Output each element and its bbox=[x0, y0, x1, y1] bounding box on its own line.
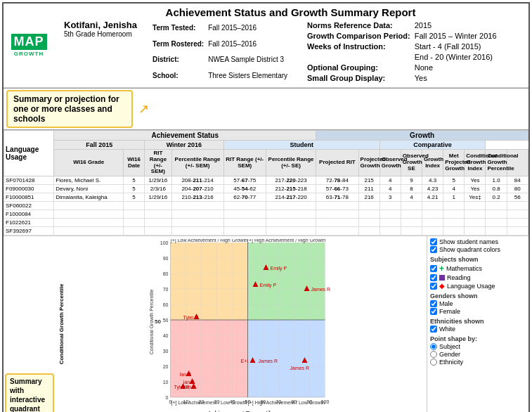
cell-id: F09000030 bbox=[4, 185, 54, 193]
cell-value: 210-213-216 bbox=[171, 193, 223, 202]
info-table-right: Norms Reference Data: 2015 Growth Compar… bbox=[306, 20, 500, 84]
cell-value bbox=[171, 227, 223, 236]
ethnicity-radio-item[interactable]: Ethnicity bbox=[430, 359, 526, 366]
reading-checkbox[interactable] bbox=[430, 274, 437, 281]
cell-name bbox=[54, 202, 124, 210]
show-colors-checkbox[interactable] bbox=[430, 246, 437, 253]
cell-value: 4 bbox=[379, 185, 401, 193]
svg-text:100: 100 bbox=[160, 240, 169, 245]
student-info-left: Kotifani, Jenisha 5th Grade Homeroom bbox=[64, 20, 137, 84]
cell-value: 204-207-210 bbox=[171, 185, 223, 193]
table-row: SF060022 bbox=[4, 202, 528, 210]
gender-opt-label: Gender bbox=[439, 351, 460, 358]
col-cond-pct: Conditional Growth Percentile bbox=[486, 150, 507, 176]
cell-value: 57-66-73 bbox=[316, 185, 358, 193]
logo-area: map GROWTH bbox=[8, 34, 50, 57]
cell-value: 5 bbox=[124, 176, 145, 185]
fall2015-header: Fall 2015 bbox=[54, 141, 145, 150]
gender-radio-item[interactable]: Gender bbox=[430, 351, 526, 358]
achievement-header: Achievement Status bbox=[54, 131, 316, 141]
cell-value: 0.2 bbox=[486, 193, 507, 202]
term-rostered-label: Term Rostered: bbox=[153, 37, 207, 52]
svg-text:40: 40 bbox=[163, 333, 169, 338]
cell-value: 4.21 bbox=[422, 193, 443, 202]
svg-text:50: 50 bbox=[245, 399, 251, 404]
lang-checkbox[interactable] bbox=[430, 283, 437, 290]
female-label: Female bbox=[439, 308, 460, 315]
cell-value bbox=[316, 210, 358, 219]
y-axis-label: Conditional Growth Percentile bbox=[58, 284, 65, 365]
growth-period-label: Growth Comparison Period: bbox=[307, 32, 413, 41]
male-item[interactable]: Male bbox=[430, 300, 526, 307]
cell-value bbox=[379, 219, 401, 227]
female-item[interactable]: Female bbox=[430, 308, 526, 315]
cell-value bbox=[465, 227, 486, 236]
report-header: map GROWTH Achievement Status and Growth… bbox=[4, 4, 528, 88]
growth-header: Growth bbox=[316, 131, 528, 141]
callout-arrow: ↗ bbox=[138, 101, 149, 117]
table-row: F10000851Dimalanita, Kaleigha51/29/16210… bbox=[4, 193, 528, 202]
cell-value bbox=[171, 202, 223, 210]
cell-value bbox=[358, 219, 379, 227]
cell-value: 4 bbox=[443, 185, 465, 193]
cell-id: F1000084 bbox=[4, 210, 54, 219]
show-names-label: Show student names bbox=[439, 238, 498, 245]
weeks-end: End - 20 (Winter 2016) bbox=[415, 53, 500, 62]
show-colors-item[interactable]: Show quadrant colors bbox=[430, 246, 526, 253]
cell-value bbox=[223, 219, 266, 227]
show-names-item[interactable]: Show student names bbox=[430, 238, 526, 245]
cell-name: Devary, Noni bbox=[54, 185, 124, 193]
district-label: District: bbox=[153, 53, 207, 67]
cell-name: Dimalanita, Kaleigha bbox=[54, 193, 124, 202]
cell-value: 216 bbox=[358, 193, 379, 202]
cell-id: F10000851 bbox=[4, 193, 54, 202]
student-grade: 5th Grade Homeroom bbox=[64, 30, 137, 38]
col-rit-win: RIT Range (+/- SEM) bbox=[223, 150, 266, 176]
math-label: Mathematics bbox=[446, 265, 482, 272]
math-checkbox[interactable] bbox=[430, 265, 437, 272]
math-item[interactable]: + Mathematics bbox=[430, 264, 526, 273]
svg-text:Conditional Growth Percentile: Conditional Growth Percentile bbox=[149, 290, 154, 355]
cell-value bbox=[223, 210, 266, 219]
term-tested-value: Fall 2015–2016 bbox=[208, 21, 290, 36]
math-icon: + bbox=[439, 264, 444, 273]
cell-name bbox=[54, 219, 124, 227]
subject-radio[interactable] bbox=[430, 343, 437, 350]
growth-period-value: Fall 2015 – Winter 2016 bbox=[415, 32, 500, 41]
reading-item[interactable]: Reading bbox=[430, 274, 526, 281]
gender-radio[interactable] bbox=[430, 351, 437, 358]
female-checkbox[interactable] bbox=[430, 308, 437, 315]
right-panel: Show student names Show quadrant colors … bbox=[427, 236, 528, 412]
table-row: F1022621 bbox=[4, 219, 528, 227]
cell-value: 4 bbox=[401, 193, 422, 202]
cell-value bbox=[124, 210, 145, 219]
cell-value: Yes bbox=[465, 176, 486, 185]
svg-text:80: 80 bbox=[292, 399, 297, 404]
cell-value bbox=[422, 210, 443, 219]
cell-name bbox=[54, 210, 124, 219]
small-group-label: Small Group Display: bbox=[307, 74, 413, 83]
lang-item[interactable]: ◆ Language Usage bbox=[430, 282, 526, 290]
cell-value bbox=[401, 210, 422, 219]
point-shape-title: Point shape by: bbox=[430, 335, 526, 342]
cell-value: 212-215-218 bbox=[266, 185, 316, 193]
male-checkbox[interactable] bbox=[430, 300, 437, 307]
info-table-middle: Term Tested: Fall 2015–2016 Term Rostere… bbox=[151, 20, 292, 84]
subject-radio-item[interactable]: Subject bbox=[430, 343, 526, 350]
cell-value bbox=[422, 219, 443, 227]
student-label-ei: E+I bbox=[241, 359, 249, 363]
cell-value: 5 bbox=[443, 176, 465, 185]
norms-label: Norms Reference Data: bbox=[307, 21, 413, 30]
white-checkbox[interactable] bbox=[430, 326, 437, 333]
cell-id: SF392697 bbox=[4, 227, 54, 236]
cell-value bbox=[507, 202, 528, 210]
cell-value: 72-78-84 bbox=[316, 176, 358, 185]
ethnicity-radio[interactable] bbox=[430, 359, 437, 366]
show-names-checkbox[interactable] bbox=[430, 238, 437, 245]
cell-value bbox=[507, 227, 528, 236]
school-label: School: bbox=[153, 69, 207, 84]
white-item[interactable]: White bbox=[430, 326, 526, 333]
cell-value bbox=[486, 210, 507, 219]
cell-value bbox=[465, 210, 486, 219]
term-rostered-value: Fall 2015–2016 bbox=[208, 37, 290, 52]
